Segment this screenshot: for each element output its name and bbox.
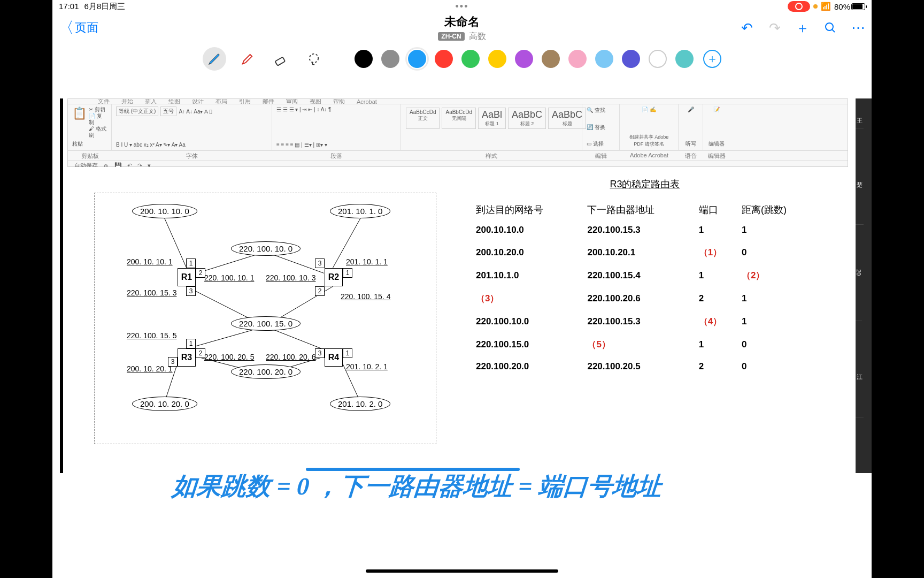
port-number: 2: [315, 286, 325, 296]
add-icon[interactable]: ＋: [796, 21, 810, 35]
pen-tool[interactable]: [203, 47, 226, 71]
ip-label: 220. 100. 20. 5: [204, 353, 254, 361]
nav-bar: 〈 页面 未命名 ZH-CN 高数 ↶ ↷ ＋ ⋯: [52, 13, 872, 43]
network-ellipse: 220. 100. 15. 0: [231, 316, 301, 331]
network-ellipse: 220. 100. 10. 0: [231, 241, 301, 256]
network-ellipse: 220. 100. 20. 0: [231, 364, 301, 379]
ip-label: 200. 10. 20. 1: [127, 364, 173, 373]
ip-label: 220. 100. 15. 3: [127, 288, 176, 297]
router-R2: R2: [325, 268, 343, 286]
chevron-left-icon: 〈: [59, 18, 74, 38]
note-canvas[interactable]: 文件开始插入绘图设计布局引用邮件审阅视图帮助Acrobat 📋 ✂ 剪切📄 复制…: [60, 96, 872, 578]
routing-title: R3的稳定路由表: [474, 178, 816, 191]
ip-label: 201. 10. 2. 1: [346, 362, 388, 371]
lasso-tool[interactable]: [302, 47, 326, 71]
color-sky[interactable]: [595, 50, 613, 68]
undo-icon[interactable]: ↶: [740, 21, 754, 35]
ip-label: 200. 10. 10. 1: [127, 257, 173, 266]
color-white[interactable]: [649, 50, 667, 68]
tool-row: ＋: [52, 43, 872, 75]
video-sidebar: 王 楚 20 江: [856, 98, 872, 473]
network-ellipse: 201. 10. 1. 0: [330, 204, 390, 218]
eraser-tool[interactable]: [269, 47, 292, 71]
highlighter-tool[interactable]: [236, 47, 259, 71]
back-label: 页面: [75, 20, 98, 36]
table-row: （3）220.100.20.621: [474, 287, 816, 310]
network-ellipse: 200. 10. 20. 0: [132, 397, 197, 411]
status-date: 6月8日周三: [84, 2, 126, 12]
handwriting-text: 如果跳数 = 0 ，下一路由器地址 = 端口号地址: [171, 470, 663, 503]
search-icon[interactable]: [823, 21, 837, 35]
port-number: 1: [186, 339, 196, 348]
port-number: 3: [315, 258, 325, 268]
table-row: 220.100.20.0220.100.20.520: [474, 356, 816, 377]
table-row: 200.10.10.0220.100.15.311: [474, 219, 816, 241]
status-bar: 17:01 6月8日周三 ••• 📶 80%: [52, 0, 872, 13]
color-pink[interactable]: [568, 50, 587, 68]
redo-icon: ↷: [768, 21, 782, 35]
routing-table: R3的稳定路由表 到达目的网络号下一路由器地址端口距离(跳数) 200.10.1…: [474, 178, 816, 377]
color-red[interactable]: [435, 50, 453, 68]
table-row: 220.100.15.0（5）10: [474, 333, 816, 356]
ip-label: 220. 100. 15. 5: [127, 331, 176, 340]
color-brown[interactable]: [542, 50, 560, 68]
network-ellipse: 201. 10. 2. 0: [330, 397, 390, 411]
color-blue[interactable]: [408, 50, 426, 68]
add-color-button[interactable]: ＋: [703, 50, 721, 68]
table-row: 220.100.10.0220.100.15.3（4）1: [474, 310, 816, 333]
port-number: 1: [343, 268, 352, 278]
port-number: 3: [186, 286, 196, 296]
multitask-dots[interactable]: •••: [328, 1, 597, 12]
port-number: 3: [315, 348, 325, 358]
mic-indicator-icon: [813, 4, 818, 9]
ip-label: 220. 100. 15. 4: [341, 292, 390, 301]
word-ribbon-image: 文件开始插入绘图设计布局引用邮件审阅视图帮助Acrobat 📋 ✂ 剪切📄 复制…: [67, 98, 848, 167]
port-number: 1: [186, 258, 196, 268]
document-surface: 200. 10. 10. 0201. 10. 1. 0220. 100. 10.…: [67, 167, 848, 483]
ip-label: 220. 100. 10. 3: [266, 273, 315, 282]
color-indigo[interactable]: [622, 50, 640, 68]
network-diagram: 200. 10. 10. 0201. 10. 1. 0220. 100. 10.…: [94, 193, 436, 444]
back-button[interactable]: 〈 页面: [59, 18, 328, 38]
color-purple[interactable]: [515, 50, 533, 68]
svg-point-3: [310, 54, 318, 63]
svg-point-0: [826, 23, 833, 31]
color-black[interactable]: [355, 50, 373, 68]
subject-label: 高数: [469, 31, 486, 42]
ip-label: 220. 100. 20. 6: [266, 353, 315, 361]
router-R3: R3: [178, 348, 196, 367]
network-ellipse: 200. 10. 10. 0: [132, 204, 197, 218]
ip-label: 201. 10. 1. 1: [346, 257, 388, 266]
router-R4: R4: [325, 348, 343, 367]
color-yellow[interactable]: [488, 50, 506, 68]
screen-record-pill[interactable]: [788, 1, 810, 12]
svg-line-1: [832, 29, 835, 32]
battery-percent: 80%: [834, 2, 850, 11]
ip-label: 220. 100. 10. 1: [204, 273, 254, 282]
status-time: 17:01: [59, 2, 79, 12]
more-icon[interactable]: ⋯: [851, 21, 865, 35]
doc-title[interactable]: 未命名: [328, 14, 597, 30]
table-row: 200.10.20.0200.10.20.1（1）0: [474, 241, 816, 264]
table-row: 201.10.1.0220.100.15.41（2）: [474, 264, 816, 287]
color-gray[interactable]: [381, 50, 399, 68]
lang-badge: ZH-CN: [438, 32, 464, 41]
battery-icon: [851, 3, 865, 10]
router-R1: R1: [178, 268, 196, 286]
home-indicator[interactable]: [366, 569, 558, 573]
port-number: 1: [343, 348, 352, 358]
color-green[interactable]: [461, 50, 480, 68]
left-edge: [60, 98, 63, 473]
color-teal[interactable]: [675, 50, 694, 68]
svg-rect-2: [275, 57, 285, 66]
